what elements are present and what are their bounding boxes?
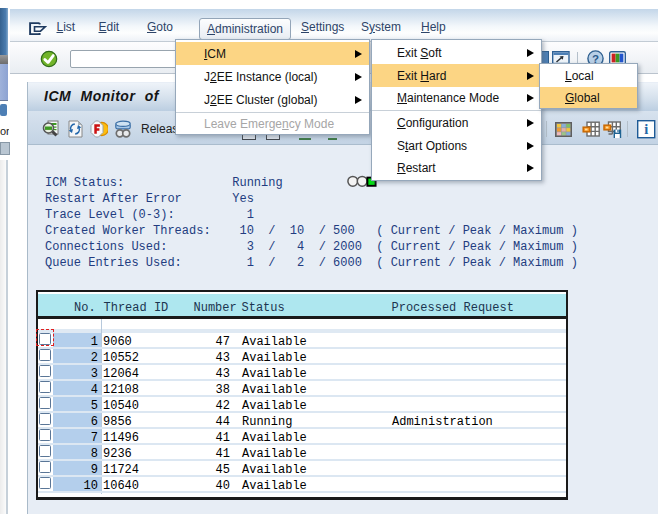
svg-text:i: i [644,121,648,137]
